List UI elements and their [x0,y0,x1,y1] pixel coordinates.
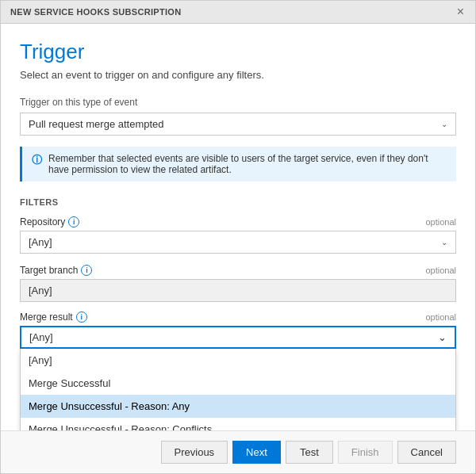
info-box: ⓘ Remember that selected events are visi… [20,147,456,182]
repository-label: Repository i [20,216,79,227]
titlebar: NEW SERVICE HOOKS SUBSCRIPTION × [1,1,475,24]
chevron-down-icon: ⌄ [441,238,447,247]
page-subtitle: Select an event to trigger on and config… [20,69,456,81]
merge-result-dropdown-menu: [Any] Merge Successful Merge Unsuccessfu… [20,349,456,430]
repository-value: [Any] [29,236,52,248]
repository-optional: optional [425,217,456,227]
target-branch-info-icon[interactable]: i [81,265,92,276]
page-title: Trigger [20,40,456,64]
close-button[interactable]: × [455,6,466,18]
list-item[interactable]: Merge Unsuccessful - Reason: Any [21,395,455,418]
dialog-title: NEW SERVICE HOOKS SUBSCRIPTION [10,7,181,17]
merge-result-dropdown[interactable]: [Any] ⌄ [20,326,456,349]
repository-filter: Repository i optional [Any] ⌄ [20,216,456,254]
chevron-down-icon: ⌄ [438,331,447,343]
target-branch-optional: optional [425,266,456,275]
merge-result-dropdown-container: [Any] ⌄ [Any] Merge Successful Merge Uns… [20,326,456,349]
merge-result-filter-header: Merge result i optional [20,312,456,323]
merge-result-label: Merge result i [20,312,87,323]
dialog: NEW SERVICE HOOKS SUBSCRIPTION × Trigger… [0,0,476,474]
repository-filter-header: Repository i optional [20,216,456,227]
test-button[interactable]: Test [286,441,333,464]
filters-heading: FILTERS [20,197,456,207]
repository-info-icon[interactable]: i [68,216,79,227]
event-type-value: Pull request merge attempted [29,118,164,130]
target-branch-filter-header: Target branch i optional [20,265,456,276]
list-item[interactable]: Merge Unsuccessful - Reason: Conflicts [21,418,455,430]
dialog-footer: Previous Next Test Finish Cancel [1,430,475,473]
merge-result-filter: Merge result i optional [Any] ⌄ [Any] Me… [20,312,456,349]
next-button[interactable]: Next [232,441,281,464]
merge-result-info-icon[interactable]: i [76,312,87,323]
cancel-button[interactable]: Cancel [397,441,456,464]
dialog-body: Trigger Select an event to trigger on an… [1,24,475,430]
chevron-down-icon: ⌄ [441,120,447,128]
list-item[interactable]: Merge Successful [21,372,455,395]
info-message: Remember that selected events are visibl… [48,153,447,175]
merge-result-selected-value: [Any] [29,331,53,343]
list-item[interactable]: [Any] [21,349,455,372]
finish-button[interactable]: Finish [338,441,393,464]
target-branch-input: [Any] [20,279,456,302]
merge-result-optional: optional [425,312,456,322]
event-type-dropdown[interactable]: Pull request merge attempted ⌄ [20,113,456,136]
previous-button[interactable]: Previous [161,441,228,464]
event-section-label: Trigger on this type of event [20,97,456,108]
repository-dropdown[interactable]: [Any] ⌄ [20,231,456,254]
target-branch-filter: Target branch i optional [Any] [20,265,456,302]
info-icon: ⓘ [32,153,42,175]
target-branch-label: Target branch i [20,265,92,276]
